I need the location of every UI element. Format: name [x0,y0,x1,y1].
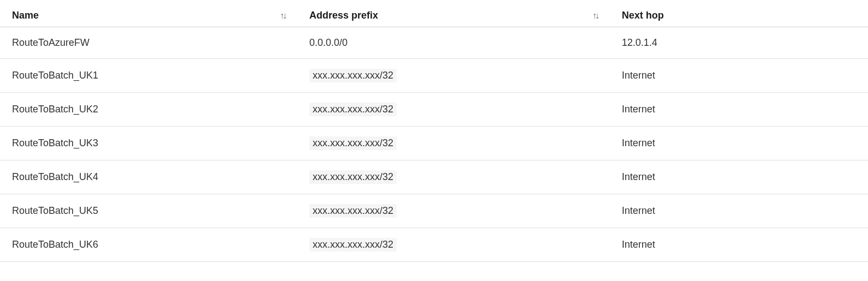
route-next-hop: Internet [622,239,655,250]
route-next-hop: Internet [622,137,655,149]
table-row[interactable]: RouteToBatch_UK5xxx.xxx.xxx.xxx/32Intern… [0,194,868,228]
routes-table: Name ↑↓ Address prefix ↑↓ Next hop Route… [0,4,868,262]
table-row[interactable]: RouteToBatch_UK4xxx.xxx.xxx.xxx/32Intern… [0,160,868,194]
route-name: RouteToBatch_UK5 [12,205,98,217]
route-address-prefix: xxx.xxx.xxx.xxx/32 [309,136,397,150]
route-name: RouteToBatch_UK1 [12,70,98,81]
table-row[interactable]: RouteToAzureFW0.0.0.0/012.0.1.4 [0,27,868,59]
route-name: RouteToBatch_UK6 [12,239,98,250]
route-next-hop: 12.0.1.4 [622,37,657,49]
route-next-hop: Internet [622,171,655,183]
sort-icon[interactable]: ↑↓ [592,11,608,21]
route-next-hop: Internet [622,205,655,217]
column-header-address-label: Address prefix [309,10,378,21]
route-name: RouteToBatch_UK3 [12,137,98,149]
table-row[interactable]: RouteToBatch_UK6xxx.xxx.xxx.xxx/32Intern… [0,228,868,262]
table-body: RouteToAzureFW0.0.0.0/012.0.1.4RouteToBa… [0,27,868,262]
route-address-prefix: xxx.xxx.xxx.xxx/32 [309,103,397,116]
route-address-prefix: xxx.xxx.xxx.xxx/32 [309,69,397,82]
route-address-prefix: xxx.xxx.xxx.xxx/32 [309,204,397,218]
route-address-prefix: xxx.xxx.xxx.xxx/32 [309,238,397,252]
table-row[interactable]: RouteToBatch_UK1xxx.xxx.xxx.xxx/32Intern… [0,59,868,93]
sort-icon[interactable]: ↑↓ [280,11,295,21]
route-next-hop: Internet [622,104,655,115]
route-name: RouteToBatch_UK4 [12,171,98,183]
column-header-name-label: Name [12,10,39,21]
table-row[interactable]: RouteToBatch_UK3xxx.xxx.xxx.xxx/32Intern… [0,127,868,160]
column-header-nexthop-label: Next hop [622,10,664,21]
table-row[interactable]: RouteToBatch_UK2xxx.xxx.xxx.xxx/32Intern… [0,93,868,127]
route-address-prefix: xxx.xxx.xxx.xxx/32 [309,170,397,184]
route-name: RouteToBatch_UK2 [12,104,98,115]
column-header-nexthop[interactable]: Next hop [608,10,868,21]
column-header-address[interactable]: Address prefix ↑↓ [295,10,608,21]
column-header-name[interactable]: Name ↑↓ [0,10,295,21]
route-next-hop: Internet [622,70,655,81]
route-name: RouteToAzureFW [12,37,89,49]
table-header-row: Name ↑↓ Address prefix ↑↓ Next hop [0,4,868,27]
route-address-prefix: 0.0.0.0/0 [309,37,348,49]
